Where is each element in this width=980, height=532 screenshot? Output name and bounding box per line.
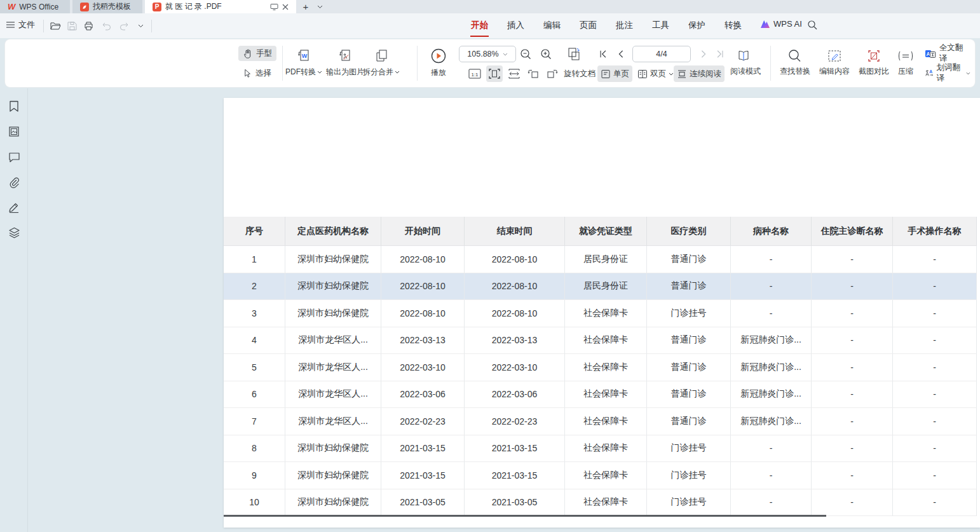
table-cell: 深圳市妇幼保健院	[285, 273, 381, 301]
first-page-button[interactable]	[595, 46, 611, 62]
table-cell: 新冠肺炎门诊...	[731, 327, 812, 355]
tab-medical-record-pdf[interactable]: P 就 医 记 录 .PDF	[145, 0, 296, 13]
rotate-doc-label[interactable]: 旋转文档	[561, 65, 599, 82]
sidebar-attachment-button[interactable]	[8, 177, 20, 190]
sidebar-bookmark-button[interactable]	[8, 101, 20, 114]
compress-button[interactable]: 压缩	[892, 44, 919, 82]
double-page-icon	[637, 69, 648, 79]
sidebar-signature-button[interactable]	[8, 202, 20, 215]
table-cell: 1	[224, 246, 285, 273]
full-translate-icon: A	[925, 49, 936, 58]
table-cell: 9	[224, 462, 285, 489]
table-cell: -	[812, 462, 893, 489]
sidebar-thumbnails-button[interactable]	[8, 126, 20, 139]
quick-access-chevron-icon[interactable]	[133, 20, 147, 32]
hand-tool-button[interactable]: 手型	[238, 46, 276, 61]
menu-item-2[interactable]: 编辑	[534, 13, 570, 38]
tab-list-chevron-icon[interactable]	[313, 0, 327, 13]
menu-item-5[interactable]: 工具	[643, 13, 679, 38]
header-cell: 病种名称	[731, 217, 812, 246]
rotate-pages-button[interactable]	[563, 46, 585, 62]
word-translate-button[interactable]: A 划词翻译	[920, 65, 975, 81]
fit-page-button[interactable]	[486, 65, 503, 82]
sidebar-layers-button[interactable]	[8, 228, 20, 240]
document-viewport[interactable]: 序号定点医药机构名称开始时间结束时间就诊凭证类型医疗类别病种名称住院主诊断名称手…	[29, 88, 980, 532]
continuous-read-button[interactable]: 连续阅读	[674, 65, 725, 82]
next-page-button[interactable]	[695, 46, 712, 62]
tab-docer-templates[interactable]: 找稻壳模板	[72, 0, 142, 13]
menu-item-0[interactable]: 开始	[461, 13, 498, 38]
play-button[interactable]: 播放	[425, 44, 453, 82]
sidebar-comment-button[interactable]	[8, 152, 20, 165]
svg-text:W: W	[302, 53, 308, 59]
menu-item-6[interactable]: 保护	[679, 13, 715, 38]
table-row: 3深圳市妇幼保健院2022-08-102022-08-10社会保障卡门诊挂号--…	[224, 300, 977, 327]
file-menu-button[interactable]: 文件	[6, 19, 35, 31]
table-cell: 居民身份证	[565, 273, 647, 301]
table-cell: 2022-08-10	[381, 246, 465, 273]
table-cell: 2022-02-23	[381, 408, 465, 435]
menu-search-icon[interactable]	[807, 20, 817, 32]
header-cell: 开始时间	[381, 217, 465, 246]
compress-label: 压缩	[898, 66, 913, 77]
split-merge-button[interactable]: 拆分合并	[358, 44, 404, 82]
svg-text:A: A	[926, 50, 930, 57]
actual-size-button[interactable]: 1:1	[466, 65, 483, 82]
table-cell: 社会保障卡	[565, 462, 647, 489]
redo-button[interactable]	[117, 20, 131, 32]
table-cell: -	[812, 300, 893, 327]
table-cell: 深圳市龙华区人...	[285, 354, 381, 381]
pdf-convert-button[interactable]: W PDF转换	[282, 44, 326, 82]
edit-content-button[interactable]: 编辑内容	[815, 44, 854, 82]
zoom-out-button[interactable]	[517, 46, 534, 62]
file-menu-label: 文件	[18, 19, 35, 31]
bookmark-icon	[8, 100, 20, 115]
wps-ai-button[interactable]: WPS AI	[760, 19, 802, 29]
menu-item-1[interactable]: 插入	[498, 13, 534, 38]
first-page-icon	[599, 50, 608, 58]
single-page-button[interactable]: 单页	[597, 65, 632, 82]
menu-item-4[interactable]: 批注	[606, 13, 643, 38]
rotate-left-button[interactable]	[525, 65, 541, 82]
double-page-button[interactable]: 双页	[634, 65, 677, 82]
table-row: 8深圳市妇幼保健院2021-03-152021-03-15社会保障卡门诊挂号--…	[224, 435, 977, 463]
menu-item-7[interactable]: 转换	[715, 13, 751, 38]
tab-wps-office[interactable]: W WPS Office	[0, 0, 70, 13]
table-cell: 社会保障卡	[565, 354, 647, 381]
zoom-level-select[interactable]: 105.88%	[459, 46, 516, 62]
full-translate-label: 全文翻译	[939, 43, 970, 64]
page-number-input[interactable]: 4/4	[632, 46, 691, 62]
zoom-in-button[interactable]	[538, 46, 554, 62]
hand-tool-label: 手型	[256, 48, 272, 59]
table-cell: 深圳市妇幼保健院	[285, 300, 381, 327]
screenshot-compare-button[interactable]: 截图对比	[854, 44, 894, 82]
hand-icon	[243, 48, 253, 58]
hamburger-icon	[6, 22, 15, 28]
open-file-button[interactable]	[48, 20, 62, 32]
fit-width-button[interactable]	[506, 65, 522, 82]
select-tool-button[interactable]: 选择	[238, 65, 276, 81]
table-cell: 2021-03-05	[465, 489, 565, 517]
close-tab-icon[interactable]	[282, 4, 289, 10]
header-cell: 结束时间	[465, 217, 565, 246]
save-button[interactable]	[65, 20, 79, 32]
export-image-icon	[337, 48, 353, 64]
wps-pdf-window: W WPS Office 找稻壳模板 P 就 医 记 录 .PDF +	[0, 0, 980, 532]
screenshot-compare-label: 截图对比	[859, 66, 889, 77]
last-page-icon	[716, 50, 725, 58]
find-replace-button[interactable]: 查找替换	[775, 44, 815, 82]
continuous-read-label: 连续阅读	[690, 69, 721, 79]
new-tab-button[interactable]: +	[299, 0, 313, 13]
table-cell: 普通门诊	[647, 381, 731, 409]
table-cell: 2022-03-13	[381, 327, 465, 355]
print-button[interactable]	[81, 20, 95, 32]
fit-width-icon	[508, 68, 521, 79]
rotate-right-button[interactable]	[544, 65, 561, 82]
previous-page-button[interactable]	[613, 46, 629, 62]
undo-button[interactable]	[99, 20, 113, 32]
table-cell: 6	[224, 381, 285, 409]
full-translate-button[interactable]: A 全文翻译	[920, 46, 975, 61]
menu-item-3[interactable]: 页面	[570, 13, 606, 38]
screen-share-icon[interactable]	[270, 3, 278, 11]
read-mode-button[interactable]: 阅读模式	[726, 44, 765, 82]
